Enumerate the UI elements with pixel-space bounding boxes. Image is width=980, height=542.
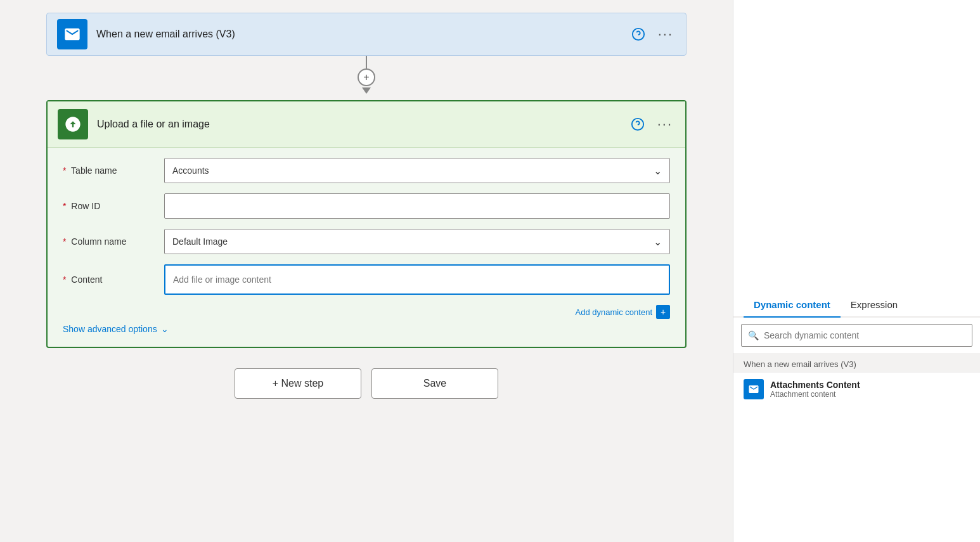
- show-advanced-button[interactable]: Show advanced options ⌄: [63, 319, 169, 337]
- dynamic-content-panel: Dynamic content Expression 🔍 When a new …: [733, 0, 980, 542]
- row-id-input[interactable]: 859b9f71-4fe9-4437-b848-0471959d6df9: [164, 193, 670, 219]
- panel-item-subtitle-attachments: Attachment content: [770, 390, 860, 399]
- dynamic-plus-button[interactable]: +: [656, 305, 670, 319]
- table-name-chevron: ⌄: [654, 165, 662, 177]
- connector: +: [358, 56, 375, 100]
- search-icon: 🔍: [748, 330, 759, 340]
- panel-search-box: 🔍: [741, 324, 972, 347]
- attachment-icon: [748, 384, 759, 395]
- panel-item-attachments[interactable]: Attachments Content Attachment content: [733, 373, 980, 406]
- content-input-wrapper: [164, 264, 670, 295]
- email-icon: [63, 25, 81, 43]
- action-header-buttons: ···: [628, 113, 675, 135]
- panel-item-title-attachments: Attachments Content: [770, 380, 860, 390]
- action-help-button[interactable]: [628, 115, 647, 134]
- trigger-actions: ···: [629, 23, 676, 45]
- content-input[interactable]: [164, 264, 670, 295]
- action-card-body: * Table name Accounts ⌄ * Row ID 859b9f7…: [48, 148, 685, 347]
- panel-search-input[interactable]: [764, 330, 965, 340]
- panel-tabs: Dynamic content Expression: [733, 292, 980, 318]
- show-advanced-chevron: ⌄: [161, 324, 169, 334]
- action-card-header: Upload a file or an image ···: [48, 101, 685, 148]
- action-dots-icon: ···: [657, 116, 673, 132]
- required-star-content: *: [63, 274, 66, 285]
- required-star-column: *: [63, 236, 66, 247]
- action-title: Upload a file or an image: [97, 119, 628, 130]
- new-step-button[interactable]: + New step: [235, 368, 361, 399]
- trigger-more-button[interactable]: ···: [655, 23, 676, 45]
- connector-arrow: [362, 87, 371, 94]
- trigger-help-button[interactable]: [629, 25, 648, 44]
- content-row: * Content: [63, 264, 670, 295]
- panel-section-label: When a new email arrives (V3): [733, 353, 980, 373]
- table-name-dropdown[interactable]: Accounts ⌄: [164, 158, 670, 183]
- table-name-row: * Table name Accounts ⌄: [63, 158, 670, 183]
- required-star-table: *: [63, 165, 66, 176]
- action-icon: [58, 109, 88, 139]
- trigger-title: When a new email arrives (V3): [96, 29, 629, 40]
- add-dynamic-content-button[interactable]: Add dynamic content: [576, 307, 652, 317]
- add-step-button[interactable]: +: [358, 68, 375, 86]
- content-label: * Content: [63, 274, 164, 285]
- upload-icon: [64, 115, 82, 133]
- action-card: Upload a file or an image ··· *: [46, 100, 687, 348]
- trigger-icon: [57, 19, 87, 49]
- trigger-card: When a new email arrives (V3) ···: [46, 13, 687, 56]
- required-star-row: *: [63, 201, 66, 211]
- column-name-row: * Column name Default Image ⌄: [63, 229, 670, 254]
- add-dynamic-row: Add dynamic content +: [63, 305, 670, 319]
- connector-line-top: [366, 56, 367, 68]
- dots-icon: ···: [658, 26, 673, 42]
- row-id-row: * Row ID 859b9f71-4fe9-4437-b848-0471959…: [63, 193, 670, 219]
- table-name-label: * Table name: [63, 165, 164, 176]
- row-id-label: * Row ID: [63, 201, 164, 211]
- tab-expression[interactable]: Expression: [841, 292, 908, 316]
- tab-dynamic-content[interactable]: Dynamic content: [744, 292, 841, 316]
- panel-item-text-attachments: Attachments Content Attachment content: [770, 380, 860, 399]
- column-name-dropdown[interactable]: Default Image ⌄: [164, 229, 670, 254]
- action-more-button[interactable]: ···: [655, 113, 675, 135]
- bottom-actions: + New step Save: [235, 368, 498, 399]
- save-button[interactable]: Save: [371, 368, 498, 399]
- panel-item-icon-attachments: [744, 379, 764, 399]
- column-name-chevron: ⌄: [654, 236, 662, 248]
- column-name-label: * Column name: [63, 236, 164, 247]
